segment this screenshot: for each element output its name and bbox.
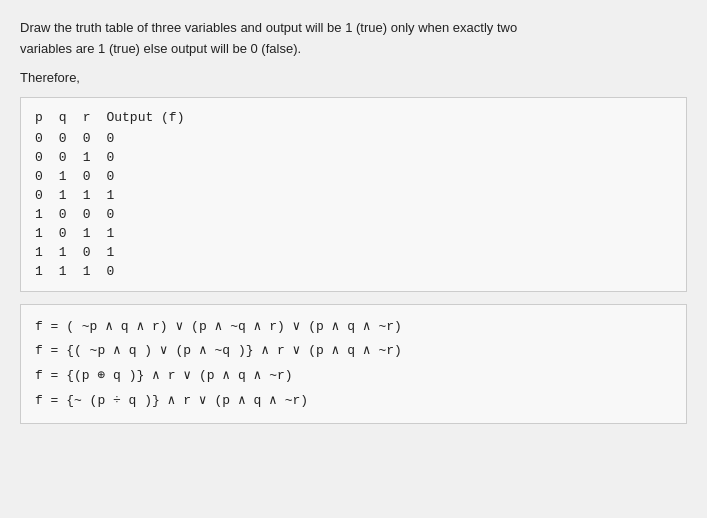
- table-cell: 1: [83, 148, 107, 167]
- table-cell: 1: [106, 243, 200, 262]
- table-cell: 0: [106, 167, 200, 186]
- table-row: 0100: [35, 167, 200, 186]
- formula-line-2: f = {( ~p ∧ q ) ∨ (p ∧ ~q )} ∧ r ∨ (p ∧ …: [35, 339, 672, 364]
- table-row: 1000: [35, 205, 200, 224]
- table-cell: 1: [106, 186, 200, 205]
- table-cell: 0: [83, 243, 107, 262]
- table-cell: 1: [59, 186, 83, 205]
- formula-line-4: f = {~ (p ÷ q )} ∧ r ∨ (p ∧ q ∧ ~r): [35, 389, 672, 414]
- table-cell: 1: [59, 243, 83, 262]
- table-cell: 0: [106, 262, 200, 281]
- table-cell: 0: [83, 167, 107, 186]
- table-cell: 0: [59, 205, 83, 224]
- table-row: 1101: [35, 243, 200, 262]
- table-cell: 0: [59, 148, 83, 167]
- truth-table-container: p q r Output (f) 00000010010001111000101…: [20, 97, 687, 292]
- table-cell: 0: [59, 224, 83, 243]
- truth-table: p q r Output (f) 00000010010001111000101…: [35, 108, 200, 281]
- table-cell: 1: [59, 167, 83, 186]
- table-cell: 0: [83, 205, 107, 224]
- table-cell: 1: [83, 224, 107, 243]
- table-cell: 0: [35, 167, 59, 186]
- table-cell: 0: [106, 129, 200, 148]
- main-content: Draw the truth table of three variables …: [10, 10, 697, 432]
- table-cell: 1: [83, 186, 107, 205]
- formula-line-1: f = ( ~p ∧ q ∧ r) ∨ (p ∧ ~q ∧ r) ∨ (p ∧ …: [35, 315, 672, 340]
- table-row: 0111: [35, 186, 200, 205]
- table-cell: 0: [35, 186, 59, 205]
- table-cell: 1: [35, 205, 59, 224]
- table-cell: 0: [35, 148, 59, 167]
- col-header-r: r: [83, 108, 107, 129]
- table-cell: 0: [35, 129, 59, 148]
- table-cell: 0: [59, 129, 83, 148]
- col-header-output: Output (f): [106, 108, 200, 129]
- table-header-row: p q r Output (f): [35, 108, 200, 129]
- col-header-p: p: [35, 108, 59, 129]
- table-row: 0000: [35, 129, 200, 148]
- description-line2: variables are 1 (true) else output will …: [20, 41, 301, 56]
- table-cell: 1: [59, 262, 83, 281]
- table-cell: 0: [106, 205, 200, 224]
- table-cell: 0: [106, 148, 200, 167]
- formula-container: f = ( ~p ∧ q ∧ r) ∨ (p ∧ ~q ∧ r) ∨ (p ∧ …: [20, 304, 687, 425]
- table-cell: 1: [35, 262, 59, 281]
- table-cell: 1: [106, 224, 200, 243]
- col-header-q: q: [59, 108, 83, 129]
- table-cell: 1: [83, 262, 107, 281]
- table-row: 1011: [35, 224, 200, 243]
- therefore-text: Therefore,: [20, 70, 687, 85]
- table-cell: 1: [35, 243, 59, 262]
- table-row: 1110: [35, 262, 200, 281]
- table-row: 0010: [35, 148, 200, 167]
- table-cell: 0: [83, 129, 107, 148]
- description: Draw the truth table of three variables …: [20, 18, 687, 60]
- table-cell: 1: [35, 224, 59, 243]
- formula-line-3: f = {(p ⊕ q )} ∧ r ∨ (p ∧ q ∧ ~r): [35, 364, 672, 389]
- description-line1: Draw the truth table of three variables …: [20, 20, 517, 35]
